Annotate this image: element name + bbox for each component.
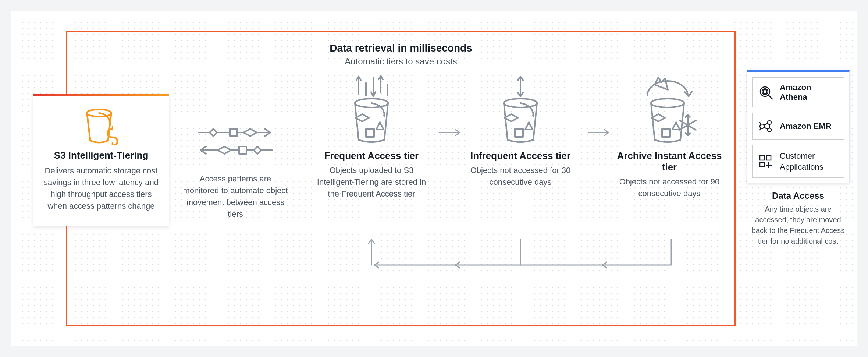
frequent-tier-icon xyxy=(316,77,427,144)
svg-line-45 xyxy=(764,127,768,129)
svg-marker-9 xyxy=(218,146,231,154)
card-title: S3 Intelligent-Tiering xyxy=(42,150,160,161)
arrow-right-2-icon xyxy=(587,129,612,136)
svg-marker-5 xyxy=(210,129,217,136)
arrow-right-1-icon xyxy=(438,129,463,136)
svg-rect-10 xyxy=(239,146,246,154)
svg-point-30 xyxy=(651,99,684,107)
customer-apps-line1: Customer xyxy=(780,151,815,160)
emr-chip: Amazon EMR xyxy=(752,113,844,140)
svg-rect-51 xyxy=(760,162,764,167)
services-card: Amazon Athena Amazon EMR xyxy=(747,70,850,183)
customer-apps-chip: Customer Applications xyxy=(752,145,844,178)
customer-apps-label: Customer Applications xyxy=(780,151,823,172)
svg-line-47 xyxy=(760,123,761,124)
archive-tier-icon xyxy=(614,77,725,144)
access-patterns-block: Access patterns are monitored to automat… xyxy=(182,96,289,220)
infrequent-tier-icon xyxy=(465,77,576,144)
infrequent-tier-title: Infrequent Access tier xyxy=(465,150,576,162)
diagram-subtitle: Automatic tiers to save costs xyxy=(66,56,736,67)
data-access-panel: Amazon Athena Amazon EMR xyxy=(747,70,850,247)
data-access-desc: Any time objects are accessed, they are … xyxy=(747,204,850,247)
svg-rect-39 xyxy=(764,90,766,93)
svg-marker-7 xyxy=(243,129,257,136)
svg-line-40 xyxy=(769,95,772,99)
frequent-tier-block: Frequent Access tier Objects uploaded to… xyxy=(316,77,427,200)
svg-point-42 xyxy=(768,121,771,124)
intelligent-tiering-card: S3 Intelligent-Tiering Delivers automati… xyxy=(33,94,169,226)
archive-tier-desc: Objects not accessed for 90 consecutive … xyxy=(614,176,725,199)
diagram-title: Data retrieval in milliseconds xyxy=(66,42,736,54)
return-arrows-icon xyxy=(327,239,695,283)
svg-marker-21 xyxy=(376,122,384,130)
infrequent-tier-block: Infrequent Access tier Objects not acces… xyxy=(465,77,576,188)
athena-chip: Amazon Athena xyxy=(752,77,844,107)
emr-label: Amazon EMR xyxy=(780,121,832,131)
archive-tier-title: Archive Instant Access tier xyxy=(614,150,725,173)
svg-rect-20 xyxy=(366,129,374,137)
data-access-title: Data Access xyxy=(747,191,850,201)
svg-point-18 xyxy=(383,114,385,117)
athena-label: Amazon Athena xyxy=(780,83,839,102)
frequent-tier-title: Frequent Access tier xyxy=(316,150,427,162)
svg-marker-26 xyxy=(505,114,518,121)
svg-line-48 xyxy=(760,128,761,130)
athena-icon xyxy=(758,84,774,100)
diagram-header: Data retrieval in milliseconds Automatic… xyxy=(66,42,736,67)
diagram-canvas: Data retrieval in milliseconds Automatic… xyxy=(11,11,857,346)
svg-marker-19 xyxy=(356,114,369,121)
svg-rect-49 xyxy=(760,156,764,160)
svg-rect-50 xyxy=(766,156,771,160)
svg-point-25 xyxy=(532,114,534,117)
access-patterns-desc: Access patterns are monitored to automat… xyxy=(182,173,289,220)
bucket-dollar-icon xyxy=(42,105,160,145)
svg-marker-11 xyxy=(254,146,261,154)
emr-icon xyxy=(758,118,774,134)
svg-point-43 xyxy=(768,128,771,132)
svg-point-1 xyxy=(109,122,111,125)
customer-apps-line2: Applications xyxy=(780,162,823,172)
svg-rect-27 xyxy=(515,129,523,137)
svg-marker-33 xyxy=(672,122,680,130)
svg-rect-32 xyxy=(662,129,670,137)
svg-marker-31 xyxy=(652,114,665,121)
svg-line-44 xyxy=(764,123,768,125)
svg-rect-6 xyxy=(230,129,237,136)
card-desc: Delivers automatic storage cost savings … xyxy=(42,165,160,212)
svg-point-41 xyxy=(760,124,764,128)
access-patterns-icon xyxy=(182,96,289,162)
infrequent-tier-desc: Objects not accessed for 30 consecutive … xyxy=(465,165,576,188)
svg-marker-28 xyxy=(525,122,533,130)
apps-grid-icon xyxy=(758,153,774,170)
frequent-tier-desc: Objects uploaded to S3 Intelligent-Tieri… xyxy=(316,165,427,200)
archive-tier-block: Archive Instant Access tier Objects not … xyxy=(614,77,725,199)
